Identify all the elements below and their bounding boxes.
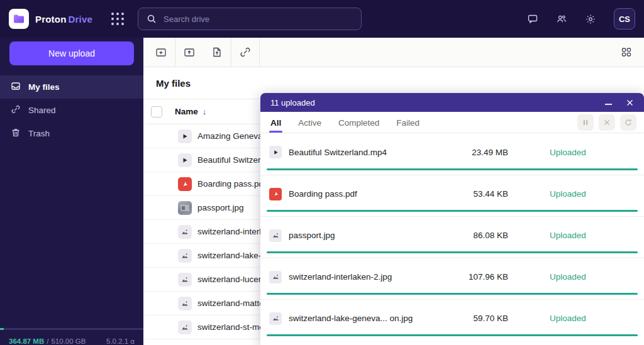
search-icon (146, 13, 157, 25)
file-name: Boarding pass.pdf (197, 179, 266, 189)
video-thumbnail-icon (269, 146, 282, 158)
transfer-status: Uploaded (550, 314, 638, 323)
image-file-icon (269, 229, 282, 242)
sidebar: New upload My files Shared (0, 38, 143, 345)
storage-used: 364.87 MB (9, 337, 44, 345)
transfer-panel-title: 11 uploaded (270, 98, 315, 107)
transfer-row[interactable]: passport.jpg 86.08 KB Uploaded (260, 216, 644, 258)
transfer-file-name: switzerland-lake-geneva... on.jpg (289, 314, 448, 323)
sidebar-item-label: Trash (28, 129, 50, 138)
proton-drive-app: ProtonDrive Search drive (0, 0, 644, 345)
photo-thumbnail-icon (178, 201, 192, 215)
sidebar-item-my-files[interactable]: My files (0, 75, 143, 99)
avatar[interactable]: CS (614, 8, 635, 30)
sort-descending-icon: ↓ (203, 107, 207, 116)
app-switcher-icon[interactable] (111, 13, 124, 25)
upload-progress-bar (267, 168, 638, 170)
transfer-file-size: 53.44 KB (448, 189, 508, 199)
transfer-file-name: passport.jpg (289, 231, 448, 240)
storage-progress-bar (0, 328, 143, 330)
pause-all-icon[interactable] (577, 114, 594, 131)
transfer-row[interactable]: Beautiful Switzerland.mp4 23.49 MB Uploa… (260, 133, 644, 175)
storage-total: 510.00 GB (51, 337, 86, 345)
upload-progress-bar (267, 210, 638, 212)
upload-file-icon[interactable] (203, 38, 231, 67)
image-file-icon (178, 249, 192, 263)
file-name: passport.jpg (197, 203, 244, 212)
upload-progress-bar (267, 293, 638, 295)
transfer-status: Uploaded (550, 148, 638, 157)
image-file-icon (269, 312, 282, 325)
tab-failed[interactable]: Failed (396, 118, 419, 133)
brand-text: ProtonDrive (35, 14, 92, 25)
column-header-name[interactable]: Name ↓ (175, 107, 206, 116)
transfer-status: Uploaded (550, 231, 638, 240)
inbox-icon (11, 81, 21, 93)
tab-active[interactable]: Active (298, 118, 321, 133)
transfer-row[interactable]: switzerland-lake-geneva... on.jpg 59.70 … (260, 299, 644, 341)
image-file-icon (178, 273, 192, 287)
transfer-status: Uploaded (550, 272, 638, 282)
share-link-icon[interactable] (231, 38, 259, 67)
image-file-icon (269, 271, 282, 283)
new-upload-button[interactable]: New upload (9, 41, 134, 65)
grid-view-icon[interactable] (613, 38, 640, 67)
contacts-icon[interactable] (556, 13, 567, 25)
transfer-file-size: 107.96 KB (448, 272, 508, 282)
image-file-icon (178, 297, 192, 310)
restart-icon[interactable] (620, 114, 636, 131)
feedback-icon[interactable] (527, 13, 538, 25)
transfer-manager-panel: 11 uploaded All Active Completed Failed (260, 93, 644, 345)
trash-icon (11, 128, 21, 140)
upload-progress-bar (267, 251, 638, 253)
transfer-status: Uploaded (550, 189, 638, 199)
image-file-icon (178, 320, 192, 334)
cancel-all-icon[interactable] (599, 114, 615, 131)
search-input[interactable]: Search drive (138, 8, 362, 30)
pdf-file-icon (269, 188, 282, 200)
video-thumbnail-icon (178, 129, 192, 143)
sidebar-item-label: My files (28, 82, 60, 92)
new-folder-icon[interactable] (147, 38, 175, 67)
transfer-file-name: switzerland-interlaken-2.jpg (289, 272, 448, 282)
transfer-row[interactable]: Boarding pass.pdf 53.44 KB Uploaded (260, 175, 644, 216)
transfer-tabs: All Active Completed Failed (260, 112, 644, 133)
upload-progress-bar (267, 334, 638, 336)
select-all-checkbox[interactable] (151, 106, 162, 118)
video-thumbnail-icon (178, 153, 192, 167)
sidebar-item-trash[interactable]: Trash (0, 122, 143, 145)
transfer-file-size: 86.08 KB (448, 231, 508, 240)
sidebar-nav: My files Shared Trash (0, 75, 143, 145)
image-file-icon (178, 225, 192, 239)
pdf-file-icon (178, 177, 192, 191)
transfer-file-size: 23.49 MB (448, 148, 508, 157)
minimize-icon[interactable] (604, 98, 613, 107)
search-placeholder: Search drive (164, 14, 209, 24)
app-version: 5.0.2.1 α (106, 337, 135, 345)
settings-icon[interactable] (585, 13, 596, 25)
storage-separator: / (47, 337, 48, 345)
sidebar-item-label: Shared (28, 106, 56, 115)
transfer-panel-header[interactable]: 11 uploaded (260, 93, 644, 112)
link-icon (11, 104, 21, 116)
proton-drive-logo[interactable]: ProtonDrive (0, 9, 92, 29)
storage-meter: 364.87 MB / 510.00 GB 5.0.2.1 α (0, 328, 143, 345)
topbar-actions: CS (527, 8, 644, 30)
transfer-row[interactable]: switzerland-interlaken-2.jpg 107.96 KB U… (260, 258, 644, 299)
topbar: ProtonDrive Search drive (0, 0, 644, 38)
transfer-file-name: Beautiful Switzerland.mp4 (289, 148, 448, 157)
tab-completed[interactable]: Completed (338, 118, 379, 133)
sidebar-item-shared[interactable]: Shared (0, 99, 143, 122)
close-icon[interactable] (625, 98, 634, 107)
transfer-list: Beautiful Switzerland.mp4 23.49 MB Uploa… (260, 133, 644, 341)
drive-folder-logo-icon (9, 9, 29, 29)
tab-all[interactable]: All (270, 118, 281, 133)
file-toolbar (143, 38, 644, 67)
transfer-file-size: 59.70 KB (448, 314, 508, 323)
upload-folder-icon[interactable] (175, 38, 203, 67)
transfer-file-name: Boarding pass.pdf (289, 189, 448, 199)
